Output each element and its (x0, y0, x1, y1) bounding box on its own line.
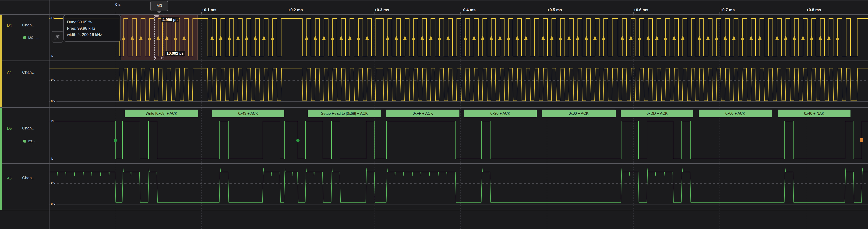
measure-edge-left[interactable] (154, 15, 155, 60)
d4-low-chip: L (51, 54, 54, 58)
measurement-highlight-region[interactable] (121, 15, 198, 60)
i2c-decode-bubble[interactable]: 0x43 + ACK (212, 110, 284, 117)
d5-sda-trace (49, 121, 868, 159)
i2c-start-marker (114, 139, 117, 142)
i2c-decode-bubble[interactable]: 0xFF + ACK (386, 110, 460, 117)
i2c-decode-bubble[interactable]: 0x40 + NAK (778, 110, 850, 117)
ruler-tick-label: +0.6 ms (633, 8, 648, 12)
measurement-tooltip: Duty: 50.05 % Freq: 99.98 kHz width⁻¹: 2… (63, 15, 121, 41)
i2c-analyzer-icon-d5 (23, 140, 26, 143)
channel-id-d4[interactable]: D4 (7, 23, 12, 28)
i2c-stop-marker (860, 138, 863, 142)
ruler-tick-label: +0.3 ms (374, 8, 389, 12)
logic-analyzer-app: 0 s+0.1 ms+0.2 ms+0.3 ms+0.4 ms+0.5 ms+0… (0, 0, 868, 229)
glitch-filter-icon (52, 34, 63, 40)
ruler-tick-label: +0.8 ms (806, 8, 821, 12)
a5-0v-chip: 0 V (50, 202, 57, 206)
a4-scl-analog-trace (49, 68, 868, 101)
i2c-start-marker (296, 139, 300, 142)
d5-low-chip: L (51, 157, 54, 161)
i2c-decode-bubble[interactable]: 0xDD + ACK (621, 110, 693, 117)
a5-2v-chip: 2 V (50, 181, 57, 185)
timing-marker-m0[interactable]: M0 (150, 1, 168, 11)
channel-name-a4[interactable]: Chan… (22, 70, 36, 75)
channel-name-d5[interactable]: Chan… (22, 126, 36, 131)
pulse-width-label: 4.996 µs (161, 17, 179, 23)
d4-a4-divider[interactable] (0, 60, 868, 61)
ruler-tick-label: +0.7 ms (720, 8, 735, 12)
ruler-tick-label: 0 s (115, 3, 121, 7)
channel-id-d5[interactable]: D5 (7, 126, 12, 131)
i2c-decode-bubble[interactable]: 0x00 + ACK (699, 110, 772, 117)
tooltip-duty: Duty: 50.05 % (67, 19, 121, 25)
i2c-analyzer-icon-d4 (23, 36, 26, 39)
ruler-tick-label: +0.1 ms (202, 8, 216, 12)
a4-0v-chip: 0 V (50, 99, 57, 103)
sidebar-divider[interactable] (49, 0, 50, 229)
tooltip-freq: Freq: 99.98 kHz (67, 25, 121, 32)
yellow-channel-strip (0, 15, 2, 107)
i2c-decode-bubble[interactable]: Setup Read to [0x68] + ACK (308, 110, 381, 117)
i2c-decode-bubble[interactable]: 0x00 + ACK (541, 110, 616, 117)
scl-rising-edge-arrows (122, 35, 839, 56)
period-label: 10.002 µs (165, 51, 185, 56)
a5-bottom-divider[interactable] (0, 209, 868, 210)
green-channel-strip (0, 108, 2, 209)
tooltip-width-inv: width⁻¹: 200.16 kHz (67, 32, 121, 38)
channel-name-a5[interactable]: Chan… (22, 176, 36, 180)
glitch-filter-button[interactable] (52, 31, 63, 42)
channel-id-a5[interactable]: A5 (7, 176, 12, 180)
a5-sda-analog-trace (49, 169, 868, 202)
ruler-divider (0, 14, 868, 15)
ruler-tick-label: +0.4 ms (461, 8, 475, 12)
ruler-tick-label: +0.5 ms (547, 8, 562, 12)
i2c-analyzer-label-d4[interactable]: I2C - … (28, 36, 39, 39)
i2c-analyzer-label-d5[interactable]: I2C - … (28, 139, 39, 143)
i2c-decode-bubble[interactable]: 0x20 + ACK (464, 110, 537, 117)
d5-high-chip: H (51, 119, 54, 123)
channel-id-a4[interactable]: A4 (7, 70, 12, 75)
i2c-decode-bubble[interactable]: Write [0x68] + ACK (125, 110, 198, 117)
channel-name-d4[interactable]: Chan… (22, 23, 36, 28)
ruler-tick-label: +0.2 ms (288, 8, 303, 12)
d4-high-chip: H (51, 16, 54, 20)
a4-d5-divider[interactable] (0, 107, 868, 108)
d5-a5-divider[interactable] (0, 163, 868, 164)
a4-2v-chip: 2 V (50, 78, 57, 82)
